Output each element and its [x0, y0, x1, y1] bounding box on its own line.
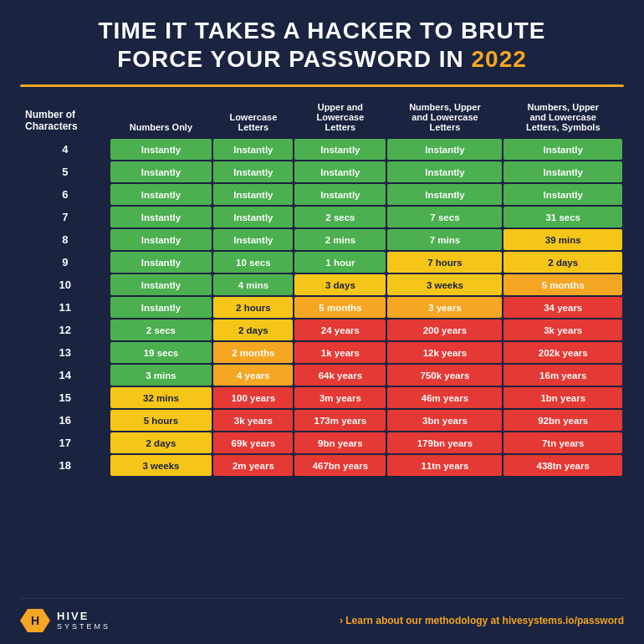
cell-upper-lower: 3m years [294, 387, 386, 408]
cell-chars: 6 [22, 184, 109, 205]
cell-num-upper-lower-sym: 438tn years [503, 455, 622, 476]
cell-num-upper-lower: 3bn years [387, 410, 502, 431]
cell-upper-lower: 64k years [294, 365, 386, 386]
table-row: 11Instantly2 hours5 months3 years34 year… [22, 297, 622, 318]
cell-numbers-only: Instantly [110, 229, 212, 250]
table-row: 172 days69k years9bn years179bn years7tn… [22, 432, 622, 453]
cell-num-upper-lower-sym: 202k years [503, 342, 622, 363]
cell-numbers-only: Instantly [110, 274, 212, 295]
cell-numbers-only: 2 days [110, 432, 212, 453]
cell-numbers-only: 3 mins [110, 365, 212, 386]
cell-num-upper-lower: 179bn years [387, 432, 502, 453]
cell-numbers-only: 32 mins [110, 387, 212, 408]
cell-num-upper-lower-sym: 31 secs [503, 207, 622, 227]
cell-num-upper-lower-sym: 39 mins [503, 229, 622, 250]
cell-lowercase: 2 months [213, 342, 293, 363]
table-row: 8InstantlyInstantly2 mins7 mins39 mins [22, 229, 622, 250]
title-section: TIME IT TAKES A HACKER TO BRUTE FORCE YO… [20, 17, 624, 73]
cell-numbers-only: Instantly [110, 161, 212, 182]
table-row: 165 hours3k years173m years3bn years92bn… [22, 410, 622, 431]
cell-num-upper-lower-sym: 1bn years [503, 387, 622, 408]
cell-num-upper-lower: 46m years [387, 387, 502, 408]
cell-upper-lower: 2 mins [294, 229, 386, 250]
cell-num-upper-lower: 750k years [387, 365, 502, 386]
cell-upper-lower: 9bn years [294, 432, 386, 453]
footer: H HIVE SYSTEMS › Learn about our methodo… [20, 598, 624, 636]
logo-text: HIVE SYSTEMS [57, 610, 110, 631]
cell-upper-lower: Instantly [294, 184, 386, 205]
cell-num-upper-lower-sym: 5 months [503, 274, 622, 295]
cell-numbers-only: 5 hours [110, 410, 212, 431]
cell-numbers-only: Instantly [110, 184, 212, 205]
header-chars: Number ofCharacters [22, 97, 109, 137]
table-row: 7InstantlyInstantly2 secs7 secs31 secs [22, 207, 622, 227]
cell-lowercase: 10 secs [213, 252, 293, 273]
cell-upper-lower: 1 hour [294, 252, 386, 273]
table-row: 122 secs2 days24 years200 years3k years [22, 319, 622, 340]
logo-area: H HIVE SYSTEMS [20, 606, 110, 636]
cell-numbers-only: Instantly [110, 207, 212, 227]
cell-lowercase: Instantly [213, 139, 293, 160]
cell-chars: 7 [22, 207, 109, 227]
table-row: 183 weeks2m years467bn years11tn years43… [22, 455, 622, 476]
table-row: 10Instantly4 mins3 days3 weeks5 months [22, 274, 622, 295]
cell-lowercase: 2 hours [213, 297, 293, 318]
title-line2: FORCE YOUR PASSWORD IN 2022 [20, 45, 624, 74]
cell-lowercase: Instantly [213, 161, 293, 182]
table-row: 6InstantlyInstantlyInstantlyInstantlyIns… [22, 184, 622, 205]
cell-upper-lower: 24 years [294, 319, 386, 340]
table-row: 9Instantly10 secs1 hour7 hours2 days [22, 252, 622, 273]
cell-upper-lower: 3 days [294, 274, 386, 295]
cell-lowercase: Instantly [213, 229, 293, 250]
divider [20, 84, 624, 87]
cell-chars: 15 [22, 387, 109, 408]
footer-link: › Learn about our methodology at hivesys… [340, 615, 624, 626]
password-table: Number ofCharacters Numbers Only Lowerca… [20, 95, 624, 478]
cell-chars: 4 [22, 139, 109, 160]
table-row: 1532 mins100 years3m years46m years1bn y… [22, 387, 622, 408]
cell-chars: 18 [22, 455, 109, 476]
cell-lowercase: 4 mins [213, 274, 293, 295]
hive-logo-icon: H [20, 606, 50, 636]
cell-num-upper-lower: Instantly [387, 139, 502, 160]
cell-upper-lower: Instantly [294, 139, 386, 160]
cell-chars: 9 [22, 252, 109, 273]
svg-text:H: H [31, 614, 39, 627]
cell-lowercase: 4 years [213, 365, 293, 386]
cell-num-upper-lower-sym: 16m years [503, 365, 622, 386]
cell-numbers-only: 3 weeks [110, 455, 212, 476]
cell-chars: 17 [22, 432, 109, 453]
cell-num-upper-lower: 7 secs [387, 207, 502, 227]
cell-numbers-only: Instantly [110, 252, 212, 273]
cell-upper-lower: 5 months [294, 297, 386, 318]
cell-num-upper-lower: Instantly [387, 161, 502, 182]
cell-num-upper-lower: 7 mins [387, 229, 502, 250]
cell-lowercase: Instantly [213, 207, 293, 227]
cell-num-upper-lower-sym: 2 days [503, 252, 622, 273]
header-num-upper-lower: Numbers, Upperand LowercaseLetters [387, 97, 502, 137]
header-numbers-only: Numbers Only [110, 97, 212, 137]
cell-chars: 8 [22, 229, 109, 250]
cell-upper-lower: 2 secs [294, 207, 386, 227]
cell-num-upper-lower: 200 years [387, 319, 502, 340]
cell-num-upper-lower: 7 hours [387, 252, 502, 273]
title-line1: TIME IT TAKES A HACKER TO BRUTE [20, 17, 624, 45]
cell-lowercase: Instantly [213, 184, 293, 205]
table-row: 5InstantlyInstantlyInstantlyInstantlyIns… [22, 161, 622, 182]
cell-num-upper-lower: Instantly [387, 184, 502, 205]
cell-chars: 13 [22, 342, 109, 363]
header-lowercase: LowercaseLetters [213, 97, 293, 137]
cell-num-upper-lower: 12k years [387, 342, 502, 363]
header-upper-lower: Upper andLowercaseLetters [294, 97, 386, 137]
cell-upper-lower: 467bn years [294, 455, 386, 476]
cell-upper-lower: 173m years [294, 410, 386, 431]
cell-chars: 10 [22, 274, 109, 295]
table-row: 1319 secs2 months1k years12k years202k y… [22, 342, 622, 363]
cell-lowercase: 2m years [213, 455, 293, 476]
cell-num-upper-lower: 11tn years [387, 455, 502, 476]
cell-chars: 5 [22, 161, 109, 182]
main-container: TIME IT TAKES A HACKER TO BRUTE FORCE YO… [0, 0, 644, 644]
table-row: 4InstantlyInstantlyInstantlyInstantlyIns… [22, 139, 622, 160]
cell-num-upper-lower-sym: 7tn years [503, 432, 622, 453]
cell-lowercase: 69k years [213, 432, 293, 453]
